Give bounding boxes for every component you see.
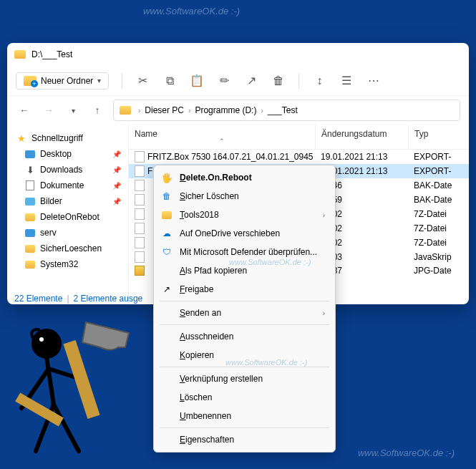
cell-type: 7Z-Datei: [408, 209, 469, 219]
forward-button[interactable]: →: [40, 102, 57, 119]
svg-point-1: [39, 337, 44, 342]
svg-line-2: [47, 357, 54, 405]
menu-item-label: Auf OneDrive verschieben: [180, 228, 325, 238]
context-menu-item[interactable]: ☁Auf OneDrive verschieben: [154, 224, 335, 243]
new-folder-button[interactable]: Neuer Ordner ▾: [16, 72, 109, 90]
cut-icon[interactable]: ✂: [135, 74, 150, 88]
menu-item-icon: [161, 265, 173, 276]
context-menu-item[interactable]: Löschen: [154, 388, 335, 407]
sidebar-icon: [24, 227, 36, 238]
context-menu-item[interactable]: 🖐Delete.On.Reboot: [154, 168, 335, 187]
context-menu-item[interactable]: Ausschneiden: [154, 327, 335, 346]
chevron-down-icon: ▾: [97, 77, 101, 84]
breadcrumb-item[interactable]: ___Test: [268, 105, 298, 115]
sidebar-item-label: Desktop: [40, 149, 72, 159]
file-icon: [135, 223, 145, 234]
sidebar-item[interactable]: serv: [10, 225, 125, 241]
window-title: D:\___Test: [31, 49, 72, 59]
file-name: FRITZ.Box 7530 164.07.21_04.01.21_0945 (…: [147, 152, 315, 162]
column-date[interactable]: Änderungsdatum: [315, 125, 408, 149]
pin-icon: 📌: [112, 166, 121, 174]
chevron-down-icon[interactable]: ▾: [64, 102, 82, 119]
context-menu-item[interactable]: Als Pfad kopieren: [154, 261, 335, 280]
navbar: ← → ▾ ↑ › Dieser PC › Programme (D:) › _…: [7, 96, 469, 125]
separator: [160, 427, 329, 428]
menu-item-label: Eigenschaften: [180, 435, 325, 445]
context-menu-item[interactable]: 🛡Mit Microsoft Defender überprüfen...: [154, 243, 335, 261]
menu-item-label: Delete.On.Reboot: [180, 173, 325, 183]
context-menu-item[interactable]: ↗Freigabe: [154, 280, 335, 299]
cell-type: 7Z-Datei: [408, 238, 469, 248]
sort-icon[interactable]: ↕: [312, 74, 326, 88]
table-row[interactable]: FRITZ.Box 7530 164.07.21_04.01.21_0945 (…: [129, 150, 469, 164]
sidebar-icon: [24, 258, 36, 270]
file-icon: [135, 237, 145, 248]
sidebar-item[interactable]: Desktop📌: [10, 146, 125, 162]
paste-icon[interactable]: 📋: [190, 74, 204, 88]
view-icon[interactable]: ☰: [339, 74, 354, 88]
menu-item-icon: [161, 209, 173, 221]
image-icon: [135, 266, 145, 276]
file-icon: [135, 208, 145, 220]
file-icon: [135, 151, 145, 163]
menu-item-icon: [161, 392, 173, 403]
sidebar-item[interactable]: DeleteOnRebot: [10, 209, 125, 225]
sidebar-item[interactable]: Bilder📌: [10, 193, 125, 209]
delete-icon[interactable]: 🗑: [271, 74, 286, 88]
column-headers: Name ⌃ Änderungsdatum Typ: [129, 125, 469, 150]
pin-icon: 📌: [112, 198, 121, 206]
sidebar-item[interactable]: System32: [10, 256, 125, 272]
context-menu-item[interactable]: Umbenennen: [154, 407, 335, 425]
file-icon: [135, 180, 145, 191]
chevron-right-icon: ›: [188, 107, 190, 115]
more-icon[interactable]: ⋯: [366, 74, 381, 88]
breadcrumb-item[interactable]: Programme (D:): [195, 105, 256, 115]
menu-item-icon: ↗: [161, 284, 173, 295]
sidebar-item-label: DeleteOnRebot: [40, 212, 99, 222]
cell-date: 19.01.2021 21:13: [315, 152, 408, 162]
column-name-label: Name: [135, 129, 157, 139]
copy-icon[interactable]: ⧉: [162, 74, 177, 88]
context-menu-item[interactable]: 🗑Sicher Löschen: [154, 187, 335, 206]
sidebar-item[interactable]: SicherLoeschen: [10, 241, 125, 256]
stickman-illustration: [14, 308, 165, 458]
breadcrumb[interactable]: › Dieser PC › Programme (D:) › ___Test: [113, 100, 460, 121]
cell-type: JPG-Date: [408, 266, 469, 276]
context-menu-item[interactable]: Eigenschaften: [154, 430, 335, 449]
sidebar-quick-access[interactable]: ★ Schnellzugriff: [10, 130, 125, 146]
watermark: www.SoftwareOK.de :-): [358, 448, 455, 458]
menu-item-label: Umbenennen: [180, 411, 325, 421]
sidebar-icon: ⬇: [24, 164, 36, 175]
separator: [298, 73, 299, 89]
chevron-right-icon: ›: [323, 309, 325, 317]
menu-item-icon: ☁: [161, 228, 173, 239]
chevron-right-icon: ›: [261, 107, 263, 115]
column-type[interactable]: Typ: [408, 125, 469, 149]
menu-item-icon: [161, 349, 173, 361]
cell-type: JavaSkrip: [408, 252, 469, 262]
context-menu-item[interactable]: Senden an›: [154, 304, 335, 322]
titlebar[interactable]: D:\___Test: [7, 43, 469, 66]
cell-type: EXPORT-: [408, 166, 469, 176]
context-menu-item[interactable]: Verknüpfung erstellen: [154, 369, 335, 388]
new-folder-label: Neuer Ordner: [41, 76, 93, 86]
watermark: www.SoftwareOK.de :-): [143, 6, 240, 16]
cell-type: BAK-Date: [408, 195, 469, 205]
sidebar-icon: [24, 195, 36, 207]
back-button[interactable]: ←: [16, 102, 33, 119]
sidebar-item[interactable]: Dokumente📌: [10, 178, 125, 193]
context-menu-item[interactable]: Kopieren: [154, 346, 335, 364]
column-name[interactable]: Name ⌃: [129, 125, 315, 149]
sidebar-icon: [24, 148, 36, 160]
breadcrumb-item[interactable]: Dieser PC: [145, 105, 184, 115]
separator: |: [67, 294, 69, 304]
up-button[interactable]: ↑: [89, 102, 106, 119]
sidebar-item[interactable]: ⬇Downloads📌: [10, 162, 125, 178]
share-icon[interactable]: ↗: [244, 74, 258, 88]
context-menu-item[interactable]: Tools2018›: [154, 206, 335, 224]
sidebar-icon: [24, 211, 36, 223]
sidebar-icon: [24, 243, 36, 254]
sidebar-item-label: System32: [40, 259, 78, 269]
rename-icon[interactable]: ✏: [217, 74, 231, 88]
separator: [122, 73, 122, 89]
